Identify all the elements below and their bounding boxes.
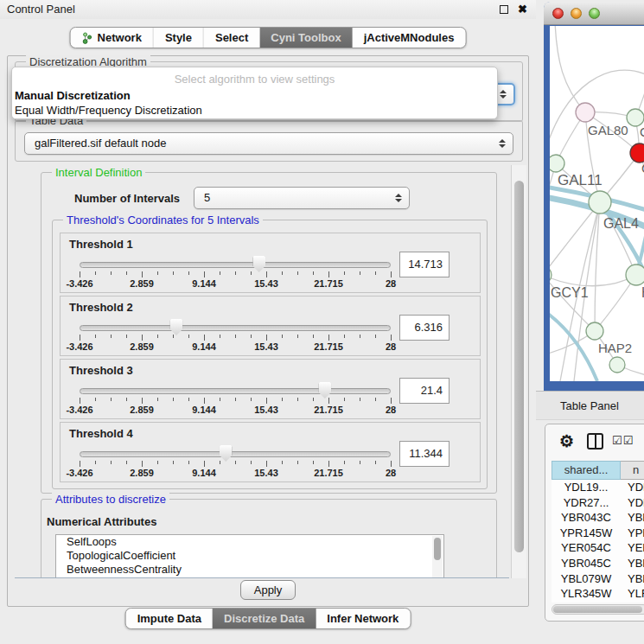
node-top-right[interactable] — [627, 109, 644, 126]
combobox-value: 5 — [194, 188, 409, 208]
node-gal4[interactable] — [589, 191, 611, 214]
tab-network[interactable]: Network — [71, 28, 153, 48]
slider-tick-labels: -3.426 2.859 9.144 15.43 21.715 28 — [80, 341, 391, 354]
zoom-window-icon[interactable] — [589, 8, 600, 19]
table-data-combobox[interactable]: galFiltered.sif default node — [24, 132, 513, 155]
node-h[interactable] — [626, 265, 644, 285]
number-of-intervals-label: Number of Intervals — [74, 192, 180, 205]
minimize-window-icon[interactable] — [571, 8, 582, 19]
algorithm-dropdown-popup: Select algorithm to view settings Manual… — [11, 67, 498, 119]
slider-ticks — [80, 398, 391, 405]
network-edge[interactable] — [550, 275, 636, 286]
threshold-1-value-field[interactable]: 14.713 — [399, 252, 450, 277]
spinner-arrows-icon — [395, 194, 401, 202]
node-hap2-label: HAP2 — [598, 341, 632, 355]
table-horizontal-scrollbar[interactable] — [552, 604, 644, 615]
threshold-2-value-field[interactable]: 6.316 — [399, 315, 450, 341]
threshold-label: Threshold 1 — [69, 238, 133, 251]
threshold-1-slider[interactable] — [80, 262, 391, 268]
attribute-item[interactable]: BetweennessCentrality — [56, 563, 443, 577]
node-bottom-partial[interactable] — [609, 357, 625, 373]
tab-impute-data[interactable]: Impute Data — [126, 609, 213, 628]
tab-select[interactable]: Select — [203, 28, 259, 48]
slider-ticks — [80, 461, 391, 468]
node-selected-red[interactable] — [630, 143, 644, 163]
tab-label: Infer Network — [327, 609, 399, 628]
float-window-icon[interactable] — [500, 5, 508, 14]
tab-label: Impute Data — [137, 609, 201, 628]
threshold-3-slider[interactable] — [80, 388, 391, 394]
threshold-2-slider[interactable] — [80, 325, 391, 331]
numerical-attributes-list[interactable]: SelfLoops TopologicalCoefficient Between… — [55, 534, 444, 578]
network-edge-thick[interactable] — [550, 311, 597, 381]
number-of-intervals-combobox[interactable]: 5 — [194, 187, 410, 209]
threshold-2-panel: Threshold 2 -3.426 2.859 9.144 15.43 21.… — [60, 296, 481, 356]
node-gal80-label: GAL80 — [588, 123, 628, 137]
popup-option-manual-discretization[interactable]: Manual Discretization — [12, 88, 497, 103]
apply-button[interactable]: Apply — [240, 580, 296, 600]
threshold-label: Threshold 2 — [69, 301, 133, 314]
node-gal80[interactable] — [576, 103, 595, 122]
popup-option-equal-width-frequency[interactable]: Equal Width/Frequency Discretization — [12, 103, 497, 118]
close-window-icon[interactable] — [552, 8, 564, 19]
cyni-toolbox-panel: Discretization Algorithm Select algorith… — [7, 55, 529, 607]
network-edge[interactable] — [555, 26, 585, 112]
attributes-list-scrollbar[interactable] — [432, 536, 443, 578]
spinner-arrows-icon — [499, 139, 505, 148]
threshold-4-panel: Threshold 4 -3.426 2.859 9.144 15.43 21.… — [60, 422, 481, 482]
table-row[interactable]: YER054CYER0 — [552, 540, 644, 556]
table-row[interactable]: YLR345WYLR3 — [552, 586, 644, 602]
table-data-group: Table Data galFiltered.sif default node — [15, 120, 523, 162]
threshold-4-value-field[interactable]: 11.344 — [399, 441, 450, 467]
threshold-1-slider-thumb[interactable] — [252, 256, 265, 272]
scrollbar-thumb[interactable] — [553, 606, 642, 613]
tab-infer-network[interactable]: Infer Network — [316, 609, 410, 628]
node-gcy1[interactable] — [550, 266, 552, 284]
network-edge[interactable] — [550, 202, 600, 275]
threshold-1-panel: Threshold 1 -3.426 2.859 9.144 15.43 21.… — [60, 233, 481, 293]
attribute-item[interactable]: TopologicalCoefficient — [56, 549, 443, 563]
network-window: GAL80GACGAL11GAL4GCY1HHAP2 — [544, 2, 644, 391]
table-row[interactable]: YPR145WYPR1 — [552, 526, 644, 541]
node-top-right-label: GA — [640, 124, 644, 139]
attribute-item[interactable]: SelfLoops — [56, 535, 443, 549]
network-edge[interactable] — [595, 202, 600, 331]
tab-style[interactable]: Style — [153, 28, 203, 48]
settings-scroll-viewport: Interval Definition Number of Intervals … — [15, 165, 509, 578]
table-row[interactable]: YBR045CYBR0 — [552, 556, 644, 571]
table-row[interactable]: YBR043CYBR0 — [552, 510, 644, 526]
popup-placeholder: Select algorithm to view settings — [12, 67, 497, 88]
threshold-4-slider-thumb[interactable] — [220, 445, 233, 462]
slider-tick-labels: -3.426 2.859 9.144 15.43 21.715 28 — [80, 278, 391, 290]
gear-icon[interactable]: ⚙ — [559, 431, 574, 451]
column-layout-icon[interactable] — [587, 433, 603, 450]
table-row[interactable]: YBL079WYBL0 — [552, 571, 644, 587]
combobox-value: galFiltered.sif default node — [25, 133, 513, 154]
top-tab-bar: Network Style Select Cyni Toolbox jActiv… — [70, 27, 467, 48]
close-panel-icon[interactable]: ✖ — [518, 0, 527, 19]
table-row[interactable]: YDL19...YDL1 — [552, 480, 644, 495]
threshold-3-value-field[interactable]: 21.4 — [399, 378, 450, 404]
column-header-name[interactable]: n — [621, 461, 644, 480]
node-gal11[interactable] — [550, 155, 564, 172]
node-hap2[interactable] — [586, 322, 603, 340]
network-view-canvas[interactable]: GAL80GACGAL11GAL4GCY1HHAP2 — [550, 26, 644, 381]
tab-label: Select — [215, 28, 248, 48]
network-window-titlebar[interactable] — [544, 2, 644, 25]
threshold-4-slider[interactable] — [80, 451, 391, 457]
threshold-2-slider-thumb[interactable] — [169, 319, 182, 335]
tab-label: Cyni Toolbox — [271, 28, 341, 48]
scrollbar-thumb[interactable] — [514, 181, 524, 552]
table-row[interactable]: YIL052CYIL0 — [552, 602, 644, 603]
slider-ticks — [80, 335, 391, 341]
tab-jactivemnodules[interactable]: jActiveMNodules — [353, 28, 466, 48]
panel-scrollbar[interactable] — [511, 165, 526, 578]
table-row[interactable]: YDR27...YDR2 — [552, 495, 644, 511]
slider-tick-labels: -3.426 2.859 9.144 15.43 21.715 28 — [80, 405, 391, 417]
slider-tick-labels: -3.426 2.859 9.144 15.43 21.715 28 — [80, 468, 391, 480]
tab-cyni-toolbox[interactable]: Cyni Toolbox — [259, 28, 352, 48]
checkbox-icons[interactable]: ☑☑ — [612, 434, 634, 447]
column-header-shared-name[interactable]: shared... — [552, 461, 621, 480]
tab-discretize-data[interactable]: Discretize Data — [213, 609, 316, 628]
threshold-3-slider-thumb[interactable] — [318, 382, 331, 399]
